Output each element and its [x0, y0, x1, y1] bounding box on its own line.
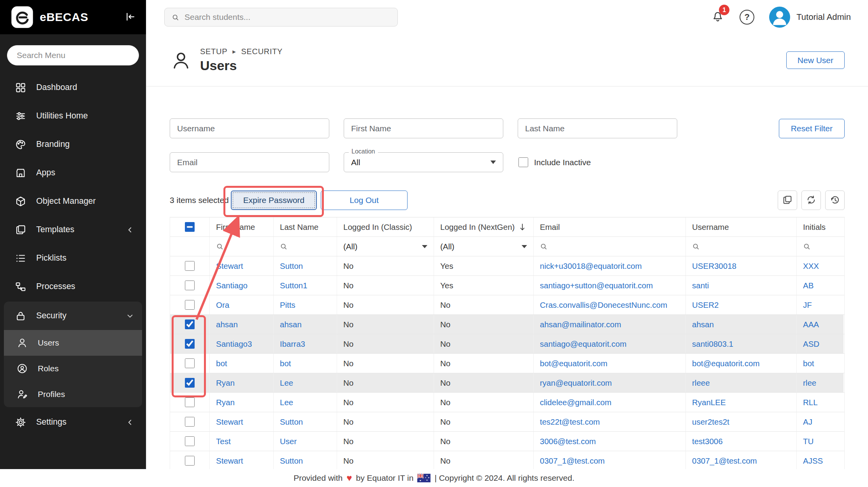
filter-cell-username[interactable] [686, 237, 797, 256]
cell-email[interactable]: ryan@equatorit.com [534, 373, 686, 392]
student-search-box[interactable] [164, 8, 398, 26]
column-header-username[interactable]: Username [686, 217, 797, 236]
cell-first-name[interactable]: bot [210, 354, 274, 373]
breadcrumb-setup[interactable]: SETUP [200, 47, 227, 56]
cell-username[interactable]: bot@equatorit.com [686, 354, 797, 373]
cell-last-name[interactable]: Lee [274, 393, 337, 412]
cell-username[interactable]: USER2 [686, 295, 797, 314]
cell-last-name[interactable]: Sutton [274, 256, 337, 275]
table-row[interactable]: Stewart Sutton No Yes nick+u30018@equato… [170, 256, 844, 276]
sidebar-item-utilities-home[interactable]: Utilities Home [4, 102, 142, 130]
export-columns-button[interactable] [778, 191, 797, 210]
refresh-button[interactable] [801, 191, 821, 210]
cell-email[interactable]: tes22t@test.com [534, 412, 686, 431]
row-checkbox[interactable] [185, 456, 195, 466]
first-name-filter-input[interactable] [344, 118, 503, 138]
cell-initials[interactable]: ASD [797, 334, 843, 353]
row-checkbox[interactable] [185, 261, 195, 271]
select-all-checkbox[interactable] [185, 222, 195, 232]
column-header-logged-in-classic[interactable]: Logged In (Classic) [337, 217, 434, 236]
cell-last-name[interactable]: Sutton [274, 451, 337, 469]
cell-email[interactable]: 0307_1@test.com [534, 451, 686, 469]
cell-username[interactable]: ahsan [686, 315, 797, 334]
cell-email[interactable]: bot@equatorit.com [534, 354, 686, 373]
cell-email[interactable]: santiago@equatorit.com [534, 334, 686, 353]
table-row[interactable]: Stewart Sutton No No tes22t@test.com use… [170, 412, 844, 432]
cell-email[interactable]: santiago+sutton@equatorit.com [534, 276, 686, 295]
expire-password-button[interactable]: Expire Password [231, 191, 317, 210]
cell-initials[interactable]: XXX [797, 256, 843, 275]
sidebar-item-profiles[interactable]: Profiles [4, 381, 142, 407]
cell-first-name[interactable]: ahsan [210, 315, 274, 334]
cell-username[interactable]: test3006 [686, 432, 797, 451]
cell-last-name[interactable]: Pitts [274, 295, 337, 314]
cell-username[interactable]: USER30018 [686, 256, 797, 275]
cell-initials[interactable]: AB [797, 276, 843, 295]
table-row[interactable]: Santiago Sutton1 No Yes santiago+sutton@… [170, 276, 844, 295]
history-button[interactable] [825, 191, 845, 210]
column-header-logged-in-nextgen[interactable]: Logged In (NextGen) [434, 217, 534, 236]
cell-last-name[interactable]: Sutton [274, 412, 337, 431]
cell-email[interactable]: nick+u30018@equatorit.com [534, 256, 686, 275]
sort-descending-icon[interactable] [518, 222, 527, 232]
table-row[interactable]: Ora Pitts No No Cras.convallis@DonecestN… [170, 295, 844, 315]
cell-username[interactable]: rleee [686, 373, 797, 392]
sidebar-item-settings[interactable]: Settings [4, 408, 142, 436]
cell-initials[interactable]: TU [797, 432, 843, 451]
row-checkbox[interactable] [185, 300, 195, 310]
cell-last-name[interactable]: Ibarra3 [274, 334, 337, 353]
column-header-initials[interactable]: Initials [797, 217, 843, 236]
user-menu[interactable]: Tutorial Admin [769, 7, 851, 28]
row-checkbox[interactable] [185, 319, 195, 329]
table-row[interactable]: bot bot No No bot@equatorit.com bot@equa… [170, 354, 844, 373]
breadcrumb-security[interactable]: SECURITY [241, 47, 283, 56]
cell-last-name[interactable]: bot [274, 354, 337, 373]
cell-last-name[interactable]: Lee [274, 373, 337, 392]
sidebar-item-branding[interactable]: Branding [4, 130, 142, 159]
cell-last-name[interactable]: User [274, 432, 337, 451]
column-header-last-name[interactable]: Last Name [274, 217, 337, 236]
table-row[interactable]: Test User No No 3006@test.com test3006 T… [170, 432, 844, 451]
cell-first-name[interactable]: Santiago [210, 276, 274, 295]
sidebar-item-dashboard[interactable]: Dashboard [4, 73, 142, 102]
cell-first-name[interactable]: Ora [210, 295, 274, 314]
sidebar-item-object-manager[interactable]: Object Manager [4, 187, 142, 215]
table-row[interactable]: Ryan Lee No No clidelee@gmail.com RyanLE… [170, 393, 844, 412]
cell-initials[interactable]: JF [797, 295, 843, 314]
email-filter-input[interactable] [170, 152, 329, 172]
cell-initials[interactable]: RLL [797, 393, 843, 412]
filter-cell-email[interactable] [534, 237, 686, 256]
cell-first-name[interactable]: Ryan [210, 373, 274, 392]
cell-email[interactable]: 3006@test.com [534, 432, 686, 451]
menu-search-input[interactable] [7, 45, 139, 65]
cell-username[interactable]: RyanLEE [686, 393, 797, 412]
sidebar-item-security[interactable]: Security [4, 302, 142, 330]
cell-initials[interactable]: AJSS [797, 451, 843, 469]
cell-username[interactable]: 0307_1@test.com [686, 451, 797, 469]
sidebar-item-processes[interactable]: Processes [4, 272, 142, 301]
row-checkbox[interactable] [185, 281, 195, 290]
cell-email[interactable]: ahsan@mailinator.com [534, 315, 686, 334]
last-name-filter-input[interactable] [518, 118, 677, 138]
cell-first-name[interactable]: Stewart [210, 256, 274, 275]
cell-initials[interactable]: AAA [797, 315, 843, 334]
cell-first-name[interactable]: Test [210, 432, 274, 451]
reset-filter-button[interactable]: Reset Filter [779, 119, 845, 138]
cell-email[interactable]: clidelee@gmail.com [534, 393, 686, 412]
table-row[interactable]: Ryan Lee No No ryan@equatorit.com rleee … [170, 373, 844, 393]
cell-initials[interactable]: rlee [797, 373, 843, 392]
cell-first-name[interactable]: Ryan [210, 393, 274, 412]
filter-cell-first-name[interactable] [210, 237, 274, 256]
username-filter-input[interactable] [170, 118, 329, 138]
cell-initials[interactable]: bot [797, 354, 843, 373]
filter-cell-last-name[interactable] [274, 237, 337, 256]
cell-username[interactable]: santi0803.1 [686, 334, 797, 353]
table-row[interactable]: Stewart Sutton No No 0307_1@test.com 030… [170, 451, 844, 469]
help-button[interactable]: ? [740, 10, 754, 25]
row-checkbox[interactable] [185, 417, 195, 427]
sidebar-item-users[interactable]: Users [4, 330, 142, 356]
cell-first-name[interactable]: Stewart [210, 412, 274, 431]
student-search-input[interactable] [184, 12, 390, 22]
cell-first-name[interactable]: Santiago3 [210, 334, 274, 353]
filter-cell-classic[interactable]: (All) [337, 237, 434, 256]
